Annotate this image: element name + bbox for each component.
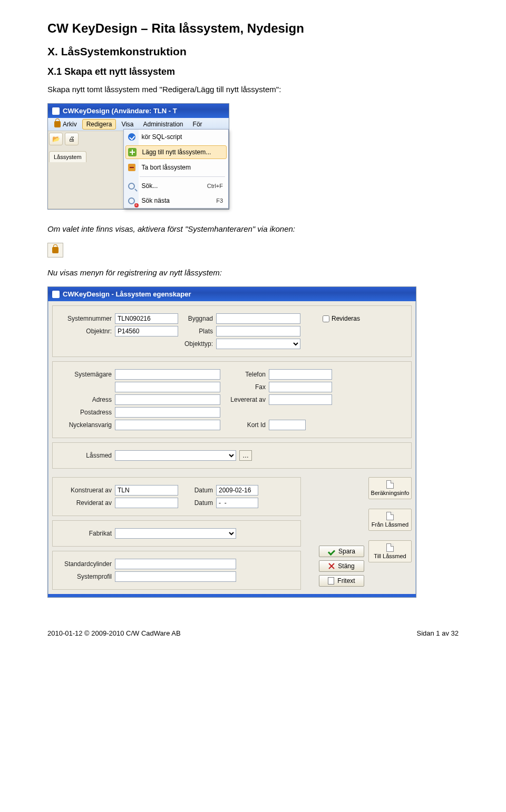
document-icon: [386, 512, 394, 520]
menu-item-delete-label: Ta bort låssystem: [142, 164, 223, 171]
document-icon: [386, 543, 394, 552]
lock-icon: [54, 121, 61, 127]
intro-text: Skapa nytt tomt låssystem med "Redigera/…: [47, 85, 459, 94]
label-systemprofil: Systemprofil: [59, 573, 112, 580]
input-systemprofil[interactable]: [115, 571, 236, 582]
group-fabrikat: Fabrikat: [52, 520, 301, 547]
input-kortid[interactable]: [269, 420, 306, 430]
fran-lassmed-label: Från Låssmed: [372, 521, 408, 528]
berakningsinfo-label: Beräkningsinfo: [371, 490, 410, 496]
properties-dialog: CWKeyDesign - Låssystem egenskaper Syste…: [47, 286, 416, 598]
input-standardcylinder[interactable]: [115, 559, 236, 569]
group-owner: Systemägare Telefon Fax Adress Levererat…: [52, 361, 412, 438]
play-icon: [128, 133, 135, 141]
label-lassmed: Låssmed: [59, 452, 112, 459]
label-fabrikat: Fabrikat: [59, 530, 112, 537]
delete-icon: [128, 164, 135, 171]
menu-item-delete-lassystem[interactable]: Ta bort låssystem: [124, 160, 228, 175]
page-footer: 2010-01-12 © 2009-2010 C/W CadWare AB Si…: [47, 629, 459, 637]
fritext-button[interactable]: Fritext: [319, 575, 364, 587]
input-nyckelansvarig[interactable]: [115, 420, 220, 430]
note-2: Nu visas menyn för registrering av nytt …: [47, 268, 459, 277]
berakningsinfo-button[interactable]: Beräkningsinfo: [368, 477, 412, 499]
input-telefon[interactable]: [269, 369, 332, 380]
group-konstruerat: Konstruerat av Datum Reviderat av Datum: [52, 477, 301, 516]
input-postadress[interactable]: [115, 407, 220, 418]
toolbar-save-button[interactable]: 🖨: [65, 133, 79, 145]
browse-lassmed-button[interactable]: …: [239, 450, 252, 461]
menu-item-searchnext-label: Sök nästa: [142, 197, 211, 204]
label-datum2: Datum: [181, 499, 213, 507]
label-systemnummer: Systemnummer: [59, 315, 112, 322]
dialog-titlebar: CWKeyDesign - Låssystem egenskaper: [48, 287, 416, 301]
plus-icon: [128, 148, 137, 156]
dialog-title: CWKeyDesign - Låssystem egenskaper: [63, 290, 191, 298]
label-objekttyp: Objekttyp:: [181, 340, 213, 348]
input-objektnr[interactable]: [115, 326, 178, 336]
menu-item-search-next[interactable]: + Sök nästa F3: [124, 193, 228, 208]
stang-button[interactable]: Stäng: [319, 560, 364, 572]
fritext-label: Fritext: [337, 577, 355, 585]
select-objekttyp[interactable]: [216, 339, 300, 349]
input-konstruerat-av[interactable]: [115, 485, 178, 496]
menu-item-add-label: Lägg till nytt låssystem...: [142, 148, 222, 156]
page-title-h2: X. LåsSystemkonstruktion: [47, 45, 459, 58]
menu-item-sql[interactable]: kör SQL-script: [124, 130, 228, 144]
search-next-icon: [128, 197, 135, 204]
label-telefon: Telefon: [223, 371, 266, 378]
app-icon: [52, 291, 60, 298]
footer-left: 2010-01-12 © 2009-2010 C/W CadWare AB: [47, 629, 181, 637]
document-icon: [386, 480, 394, 489]
page-title-h3: X.1 Skapa ett nytt låssystem: [47, 66, 459, 77]
input-adress[interactable]: [115, 394, 220, 405]
till-lassmed-button[interactable]: Till Låssmed: [368, 540, 412, 562]
fran-lassmed-button[interactable]: Från Låssmed: [368, 509, 412, 531]
menu-for[interactable]: För: [189, 119, 207, 130]
input-systemagare2[interactable]: [115, 382, 220, 392]
stang-label: Stäng: [338, 562, 354, 570]
menu-administration[interactable]: Administration: [139, 119, 188, 130]
note-1: Om valet inte finns visas, aktivera förs…: [47, 224, 459, 233]
spara-button[interactable]: Spara: [319, 546, 364, 557]
menu-item-search[interactable]: Sök... Ctrl+F: [124, 179, 228, 193]
input-fax[interactable]: [269, 382, 332, 392]
menu-item-search-shortcut: Ctrl+F: [207, 183, 223, 189]
label-postadress: Postadress: [59, 409, 112, 416]
window-title: CWKeyDesign (Användare: TLN - T: [63, 107, 177, 115]
label-levererat: Levererat av: [223, 396, 266, 403]
systemhanterare-icon-box[interactable]: [47, 243, 63, 258]
lock-icon: [52, 247, 59, 253]
group-lassmed: Låssmed …: [52, 442, 412, 469]
input-datum2[interactable]: [216, 498, 258, 508]
menu-item-search-label: Sök...: [142, 182, 202, 190]
label-konstruerat-av: Konstruerat av: [59, 487, 112, 494]
document-icon: [328, 577, 334, 585]
input-reviderat-av[interactable]: [115, 498, 178, 508]
select-fabrikat[interactable]: [115, 528, 236, 539]
input-byggnad[interactable]: [216, 313, 300, 324]
spara-label: Spara: [338, 548, 355, 555]
label-datum1: Datum: [181, 487, 213, 494]
tab-lassystem[interactable]: Låssystem: [49, 151, 86, 162]
label-revideras: Revideras: [332, 315, 360, 322]
label-fax: Fax: [223, 383, 266, 391]
toolbar-open-button[interactable]: 📂: [49, 133, 63, 145]
app-icon: [52, 107, 60, 115]
input-plats[interactable]: [216, 326, 300, 336]
menu-arkiv[interactable]: Arkiv: [50, 119, 81, 130]
input-levererat[interactable]: [269, 394, 332, 405]
label-objektnr: Objektnr:: [59, 328, 112, 335]
label-reviderat-av: Reviderat av: [59, 499, 112, 507]
window-titlebar: CWKeyDesign (Användare: TLN - T: [48, 104, 229, 118]
label-standardcylinder: Standardcylinder: [59, 560, 112, 568]
input-datum1[interactable]: [216, 485, 258, 496]
menu-item-add-lassystem[interactable]: Lägg till nytt låssystem...: [125, 145, 227, 159]
check-icon: [328, 548, 335, 554]
menu-visa[interactable]: Visa: [117, 119, 138, 130]
select-lassmed[interactable]: [115, 450, 236, 461]
input-systemagare[interactable]: [115, 369, 220, 380]
checkbox-revideras[interactable]: [323, 315, 329, 322]
menu-redigera[interactable]: Redigera: [82, 119, 116, 130]
label-adress: Adress: [59, 396, 112, 403]
input-systemnummer[interactable]: [115, 313, 178, 324]
